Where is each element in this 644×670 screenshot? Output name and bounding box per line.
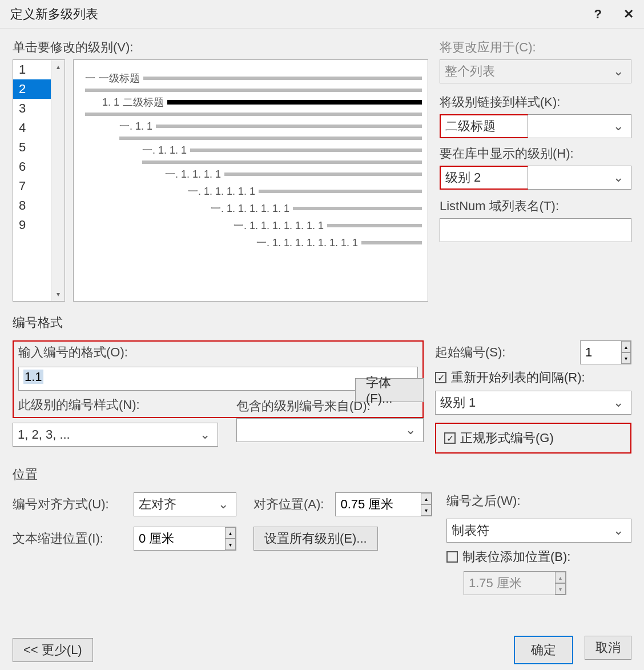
- ok-button[interactable]: 确定: [514, 636, 573, 664]
- num-style-combo[interactable]: 1, 2, 3, ... ⌄: [13, 423, 218, 447]
- preview-l1-label: 二级标题: [123, 95, 164, 109]
- legal-checkbox[interactable]: ✓: [444, 432, 456, 444]
- click-level-label: 单击要修改的级别(V):: [13, 39, 428, 56]
- show-level-value: 级别 2: [445, 169, 523, 186]
- enter-format-value: 1.1: [23, 370, 43, 384]
- chevron-down-icon: ⌄: [402, 423, 418, 438]
- apply-to-label: 将更改应用于(C):: [440, 39, 631, 56]
- level-item-7[interactable]: 7: [13, 176, 51, 196]
- list-preview: 一 一级标题 1. 1 二级标题 一. 1. 1: [73, 59, 428, 302]
- spin-up-icon: ▴: [555, 572, 566, 583]
- tab-stop-checkbox[interactable]: [446, 551, 458, 563]
- tab-stop-spinner: ▴▾: [464, 571, 566, 595]
- align-mode-label: 编号对齐方式(U):: [13, 496, 127, 513]
- align-pos-spinner[interactable]: ▴▾: [335, 492, 432, 516]
- scroll-up-icon[interactable]: ▴: [54, 62, 63, 71]
- after-num-label: 编号之后(W):: [446, 492, 631, 509]
- level-listbox[interactable]: 1 2 3 4 5 6 7 8 9 ▴ ▾: [13, 59, 65, 302]
- show-level-combo[interactable]: 级别 2: [440, 166, 528, 190]
- preview-l3-num: 一. 1. 1. 1: [142, 143, 187, 157]
- num-style-value: 1, 2, 3, ...: [18, 427, 197, 442]
- start-at-value[interactable]: [581, 341, 621, 364]
- apply-to-value: 整个列表: [445, 63, 610, 80]
- align-pos-value[interactable]: [336, 493, 421, 516]
- legal-label: 正规形式编号(G): [460, 430, 554, 447]
- include-from-combo[interactable]: ⌄: [236, 418, 424, 442]
- titlebar: 定义新多级列表 ? ✕: [0, 0, 644, 29]
- legal-checkbox-row[interactable]: ✓ 正规形式编号(G): [435, 423, 631, 454]
- restart-label: 重新开始列表的间隔(R):: [451, 369, 585, 386]
- indent-pos-value[interactable]: [134, 527, 225, 550]
- close-icon[interactable]: ✕: [623, 7, 634, 22]
- chevron-down-icon: ⌄: [610, 523, 626, 538]
- link-style-combo[interactable]: 二级标题: [440, 114, 528, 138]
- align-mode-combo[interactable]: 左对齐 ⌄: [134, 492, 236, 516]
- after-num-combo[interactable]: 制表符 ⌄: [446, 519, 631, 543]
- preview-l2-num: 一. 1. 1: [119, 119, 152, 133]
- preview-l5-num: 一. 1. 1. 1. 1. 1: [188, 184, 255, 198]
- chevron-down-icon: ⌄: [610, 119, 626, 134]
- enter-format-label: 输入编号的格式(O):: [18, 344, 418, 361]
- help-icon[interactable]: ?: [594, 7, 602, 22]
- font-button[interactable]: 字体(F)...: [355, 378, 424, 402]
- restart-value: 级别 1: [440, 394, 610, 411]
- link-style-chev[interactable]: ⌄: [528, 114, 631, 138]
- spin-down-icon[interactable]: ▾: [225, 539, 236, 550]
- align-mode-value: 左对齐: [139, 496, 215, 513]
- level-item-3[interactable]: 3: [13, 99, 51, 118]
- apply-to-combo: 整个列表 ⌄: [440, 59, 631, 83]
- show-level-chev[interactable]: ⌄: [528, 166, 631, 190]
- spin-down-icon[interactable]: ▾: [621, 352, 631, 364]
- spin-down-icon: ▾: [555, 583, 566, 595]
- chevron-down-icon: ⌄: [215, 497, 231, 512]
- cancel-button[interactable]: 取消: [585, 636, 631, 660]
- preview-l4-num: 一. 1. 1. 1. 1: [165, 167, 221, 181]
- level-scrollbar[interactable]: ▴ ▾: [51, 60, 65, 301]
- level-item-6[interactable]: 6: [13, 157, 51, 176]
- dialog-title: 定义新多级列表: [10, 6, 98, 23]
- set-all-button[interactable]: 设置所有级别(E)...: [253, 527, 378, 551]
- chevron-down-icon: ⌄: [610, 170, 626, 185]
- spin-up-icon[interactable]: ▴: [225, 527, 236, 539]
- preview-l6-num: 一. 1. 1. 1. 1. 1. 1: [211, 202, 289, 215]
- position-section: 位置: [13, 466, 631, 483]
- align-pos-label: 对齐位置(A):: [253, 496, 324, 513]
- tab-stop-label: 制表位添加位置(B):: [462, 548, 570, 565]
- start-at-spinner[interactable]: ▴▾: [580, 340, 631, 364]
- show-level-label: 要在库中显示的级别(H):: [440, 145, 631, 162]
- spin-up-icon[interactable]: ▴: [621, 341, 631, 352]
- tab-stop-value: [464, 572, 555, 595]
- link-style-label: 将级别链接到样式(K):: [440, 94, 631, 111]
- listnum-label: ListNum 域列表名(T):: [440, 198, 631, 215]
- listnum-input[interactable]: [440, 218, 631, 242]
- chevron-down-icon: ⌄: [610, 64, 626, 79]
- restart-checkbox[interactable]: ✓: [435, 372, 446, 383]
- less-button[interactable]: << 更少(L): [13, 638, 93, 662]
- preview-l1-num: 1. 1: [102, 97, 119, 109]
- start-at-label: 起始编号(S):: [435, 344, 505, 361]
- preview-l0-label: 一级标题: [99, 71, 140, 85]
- num-format-section: 编号格式: [13, 314, 631, 331]
- restart-checkbox-row[interactable]: ✓ 重新开始列表的间隔(R):: [435, 369, 631, 386]
- restart-combo[interactable]: 级别 1 ⌄: [435, 391, 631, 415]
- level-item-5[interactable]: 5: [13, 138, 51, 157]
- level-item-2[interactable]: 2: [13, 79, 51, 99]
- preview-l0-num: 一: [85, 71, 95, 85]
- indent-pos-label: 文本缩进位置(I):: [13, 530, 127, 547]
- level-item-4[interactable]: 4: [13, 118, 51, 138]
- spin-up-icon[interactable]: ▴: [421, 493, 432, 504]
- scroll-down-icon[interactable]: ▾: [54, 290, 63, 299]
- after-num-value: 制表符: [452, 522, 610, 539]
- indent-pos-spinner[interactable]: ▴▾: [134, 527, 236, 551]
- tab-stop-checkbox-row[interactable]: 制表位添加位置(B):: [446, 548, 631, 565]
- chevron-down-icon: ⌄: [610, 395, 626, 410]
- level-item-9[interactable]: 9: [13, 215, 51, 235]
- preview-l8-num: 一. 1. 1. 1. 1. 1. 1. 1. 1: [256, 236, 358, 250]
- level-item-8[interactable]: 8: [13, 196, 51, 215]
- link-style-value: 二级标题: [445, 118, 523, 135]
- level-item-1[interactable]: 1: [13, 60, 51, 79]
- chevron-down-icon: ⌄: [197, 427, 213, 442]
- spin-down-icon[interactable]: ▾: [421, 504, 432, 516]
- preview-l7-num: 一. 1. 1. 1. 1. 1. 1. 1: [234, 219, 324, 232]
